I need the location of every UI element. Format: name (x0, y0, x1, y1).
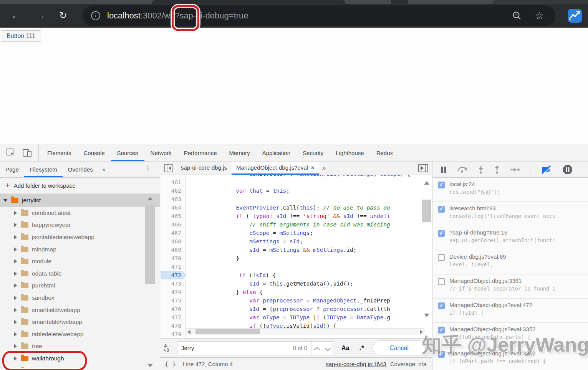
code-line-469[interactable]: 469 sId = mSettings && mSettings.id; (161, 246, 432, 254)
find-replace-icon[interactable]: A↳B (164, 344, 174, 352)
code-line-partial[interactable]: constructor : function(sId, mSettings, o… (161, 175, 432, 178)
tree-item-happynewyear[interactable]: happynewyear (0, 219, 160, 231)
line-number[interactable] (161, 175, 186, 178)
line-number[interactable]: 469 (161, 246, 186, 254)
step-out-icon[interactable] (494, 165, 500, 174)
file-tab-sap-ui-core-dbg.js[interactable]: sap-ui-core-dbg.js (176, 162, 232, 175)
scroll-up-arrow[interactable] (424, 181, 429, 185)
inactive-tab[interactable] (408, 0, 492, 4)
step-into-icon[interactable] (478, 165, 484, 174)
step-icon[interactable] (510, 167, 520, 172)
caret-right-icon[interactable] (14, 271, 17, 276)
breakpoint-checkbox[interactable] (438, 302, 445, 309)
code-line-464[interactable]: 464 EventProvider.call(this); // no use … (161, 203, 432, 212)
breakpoint-location[interactable]: Device-dbg.js?eval:69 (449, 253, 585, 260)
inspect-element-icon[interactable] (6, 148, 15, 157)
close-tab-icon[interactable]: × (311, 164, 315, 171)
scroll-left-arrow[interactable] (187, 330, 190, 334)
tree-item-sandbox[interactable]: sandbox (0, 292, 160, 304)
match-case-button[interactable]: Aa (341, 345, 349, 352)
tab-security[interactable]: Security (296, 144, 330, 161)
code-line-471[interactable]: 471 (161, 263, 432, 271)
code-line-465[interactable]: 465 if ( typeof sId !== 'string' && sId … (161, 212, 432, 220)
tree-item-smarttable/webapp[interactable]: smarttable/webapp (0, 316, 160, 328)
tab-sources[interactable]: Sources (111, 144, 144, 161)
caret-down-icon[interactable] (3, 199, 8, 202)
code-line-463[interactable]: 463 (161, 195, 432, 203)
inactive-tab[interactable] (0, 0, 152, 4)
tab-console[interactable]: Console (78, 144, 111, 161)
breakpoint-entry[interactable]: local.js:24res.send("你好"); (432, 178, 588, 202)
tab-network[interactable]: Network (144, 144, 178, 161)
scroll-down-arrow[interactable] (424, 314, 429, 317)
line-number[interactable]: 478 (161, 322, 186, 330)
tree-item-combineLatest[interactable]: combineLatest (0, 207, 160, 219)
show-debugger-sidebar-icon[interactable] (418, 164, 428, 172)
pause-script-icon[interactable] (440, 166, 447, 173)
device-toolbar-icon[interactable] (22, 148, 32, 157)
code-line-468[interactable]: 468 mSettings = sId; (161, 237, 432, 246)
cancel-button[interactable]: Cancel (373, 340, 426, 355)
code-line-466[interactable]: 466 // shift arguments in case sId was m… (161, 220, 432, 229)
file-more-tabs-chevron[interactable]: » (319, 162, 329, 175)
scroll-down-arrow[interactable] (147, 364, 153, 367)
line-number[interactable]: 466 (161, 220, 186, 229)
breakpoint-location[interactable]: ManagedObject-dbg.js?eval:472 (449, 302, 585, 308)
breakpoint-entry[interactable]: livesearch.html:83console.log('liveChang… (432, 202, 588, 226)
tab-page[interactable]: Page (0, 162, 24, 177)
tab-overrides[interactable]: Overrides (63, 162, 98, 177)
breakpoint-location[interactable]: ManagedObject-dbg.js:3381 (449, 278, 585, 284)
regex-button[interactable]: .* (359, 344, 364, 352)
caret-right-icon[interactable] (14, 320, 17, 324)
tab-application[interactable]: Application (256, 144, 296, 161)
caret-right-icon[interactable] (14, 344, 17, 349)
caret-right-icon[interactable] (14, 211, 17, 215)
breakpoint-line-marker[interactable]: 472 (161, 271, 189, 279)
line-number[interactable]: 470 (161, 254, 186, 263)
breakpoint-entry[interactable]: Device-dbg.js?eval:69level: iLevel, (432, 250, 588, 274)
source-mapped-link[interactable]: sap-ui-core-dbg.js:1643 (326, 361, 386, 367)
address-bar[interactable]: i localhost:3002/wt/?sap-ui-debug=true ☆ (83, 5, 555, 26)
line-number[interactable]: 475 (161, 296, 186, 305)
code-line-472[interactable]: 472 if (!sId) { (161, 271, 432, 279)
tab-filesystem[interactable]: Filesystem (24, 162, 63, 177)
caret-right-icon[interactable] (14, 247, 17, 252)
breakpoint-location[interactable]: livesearch.html:83 (449, 205, 585, 211)
code-line-470[interactable]: 470 } (161, 254, 432, 263)
tab-memory[interactable]: Memory (223, 144, 256, 161)
tree-item-jerrylist[interactable]: jerrylist (0, 194, 160, 207)
forward-button[interactable]: → (35, 9, 46, 22)
code-line-462[interactable]: 462 var that = this; (161, 187, 432, 195)
breakpoint-entry[interactable]: ?sap-ui-debug=true:16sap.ui.getCore().at… (432, 226, 588, 250)
tree-item-smartfield/webapp[interactable]: smartfield/webapp (0, 304, 160, 316)
scrollbar-thumb[interactable] (195, 329, 260, 334)
collapse-sidebar-icon[interactable] (164, 164, 173, 172)
scrollbar-thumb[interactable] (145, 205, 155, 284)
tab-performance[interactable]: Performance (178, 144, 223, 161)
line-number[interactable]: 464 (161, 203, 186, 212)
breakpoint-location[interactable]: local.js:24 (449, 181, 585, 187)
inactive-tab[interactable] (345, 0, 391, 4)
line-number[interactable]: 461 (161, 178, 186, 187)
deactivate-breakpoints-icon[interactable] (540, 165, 553, 174)
search-input[interactable]: Jerry 0 of 0 (177, 341, 311, 355)
caret-right-icon[interactable] (14, 223, 17, 227)
code-line-473[interactable]: 473 sId = this.getMetadata().uid(); (161, 279, 432, 288)
tree-item-odata-table[interactable]: odata-table (0, 268, 160, 280)
pretty-print-icon[interactable]: { } (165, 360, 176, 368)
breakpoint-checkbox[interactable] (438, 278, 445, 285)
breakpoint-entry[interactable]: ManagedObject-dbg.js?eval:472if (!sId) { (432, 299, 588, 323)
nav-more-tabs-chevron[interactable]: » (98, 162, 109, 177)
breakpoint-checkbox[interactable] (438, 206, 445, 213)
previous-match-button[interactable] (311, 341, 322, 355)
line-number[interactable]: 463 (161, 195, 186, 203)
extension-icon[interactable] (568, 9, 582, 23)
line-number[interactable]: 473 (161, 279, 186, 288)
line-number[interactable]: 462 (161, 187, 186, 195)
step-over-icon[interactable] (457, 166, 468, 173)
line-number[interactable]: 477 (161, 313, 186, 322)
caret-right-icon[interactable] (14, 235, 17, 240)
tree-item-tabledelete/webapp[interactable]: tabledelete/webapp (0, 328, 160, 340)
tree-item-purehtml[interactable]: purehtml (0, 280, 160, 292)
add-folder-to-workspace[interactable]: + Add folder to workspace (0, 178, 160, 194)
